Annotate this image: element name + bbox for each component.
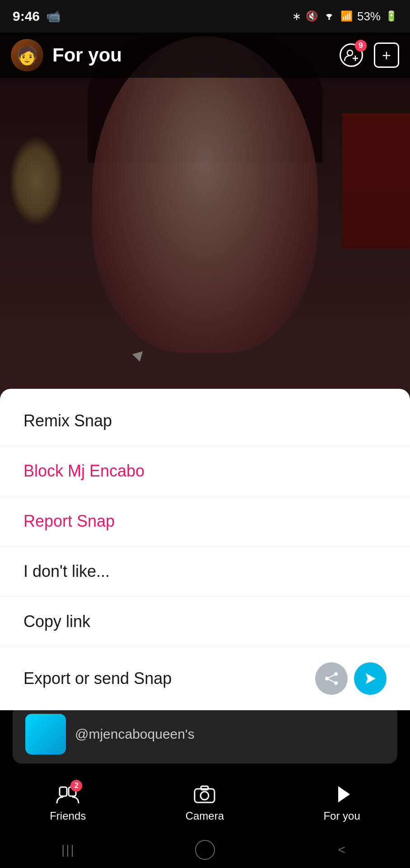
menu-item-remix[interactable]: Remix Snap [0, 396, 410, 446]
foryou-icon [330, 783, 354, 806]
sound-off-icon: 🔇 [306, 10, 318, 22]
svg-marker-9 [366, 673, 376, 684]
back-icon: < [338, 843, 345, 857]
camera-icon [193, 783, 216, 806]
svg-line-8 [327, 679, 336, 683]
send-button[interactable] [354, 662, 387, 695]
top-header: 🧑 For you 9 + [0, 33, 410, 78]
plus-icon: + [382, 47, 391, 64]
back-button[interactable]: < [328, 836, 355, 863]
svg-point-0 [328, 18, 330, 20]
header-title: For you [52, 44, 338, 66]
home-icon [195, 840, 215, 860]
friends-badge: 2 [70, 780, 82, 792]
wifi-icon [322, 10, 336, 23]
svg-line-7 [327, 674, 336, 679]
signal-icon: 📶 [340, 10, 353, 22]
sound-username: @mjencaboqueen's [75, 726, 195, 742]
bottom-nav: 2 Friends Camera For you [0, 773, 410, 832]
svg-marker-15 [338, 786, 350, 802]
video-icon: 📹 [46, 9, 61, 24]
nav-foryou[interactable]: For you [323, 783, 360, 822]
menu-item-block[interactable]: Block Mj Encabo [0, 446, 410, 496]
context-menu: Remix Snap Block Mj Encabo Report Snap I… [0, 389, 410, 710]
bluetooth-icon: ∗ [292, 10, 301, 23]
svg-point-13 [200, 792, 209, 800]
nav-camera-label: Camera [186, 810, 224, 822]
friends-icon: 2 [56, 783, 79, 806]
header-actions: 9 + [338, 42, 399, 69]
status-time: 9:46 [13, 9, 40, 24]
sound-card[interactable]: @mjencaboqueen's [13, 705, 397, 764]
nav-foryou-label: For you [323, 810, 360, 822]
export-icons [315, 662, 387, 695]
menu-icon: ||| [61, 843, 75, 857]
add-friend-button[interactable]: 9 [338, 42, 365, 69]
menu-item-dislike[interactable]: I don't like... [0, 547, 410, 597]
new-snap-button[interactable]: + [374, 42, 399, 68]
svg-point-1 [347, 50, 353, 56]
avatar[interactable]: 🧑 [11, 39, 43, 71]
menu-button[interactable]: ||| [55, 836, 82, 863]
nav-camera[interactable]: Camera [186, 783, 224, 822]
home-button[interactable] [191, 836, 219, 863]
battery-label: 53% [357, 9, 381, 24]
svg-rect-14 [201, 786, 208, 790]
nav-friends-label: Friends [50, 810, 86, 822]
nav-friends[interactable]: 2 Friends [50, 783, 86, 822]
menu-item-copylink[interactable]: Copy link [0, 597, 410, 647]
status-bar: 9:46 📹 ∗ 🔇 📶 53% 🔋 [0, 0, 410, 33]
menu-item-export[interactable]: Export or send Snap [0, 647, 410, 710]
status-icons: ∗ 🔇 📶 53% 🔋 [292, 9, 397, 24]
battery-icon: 🔋 [385, 10, 397, 22]
friend-badge: 9 [355, 40, 367, 52]
system-bar: ||| < [0, 832, 410, 868]
share-button[interactable] [315, 662, 348, 695]
sound-thumbnail [25, 714, 66, 755]
menu-item-report[interactable]: Report Snap [0, 496, 410, 547]
svg-rect-10 [60, 787, 67, 796]
